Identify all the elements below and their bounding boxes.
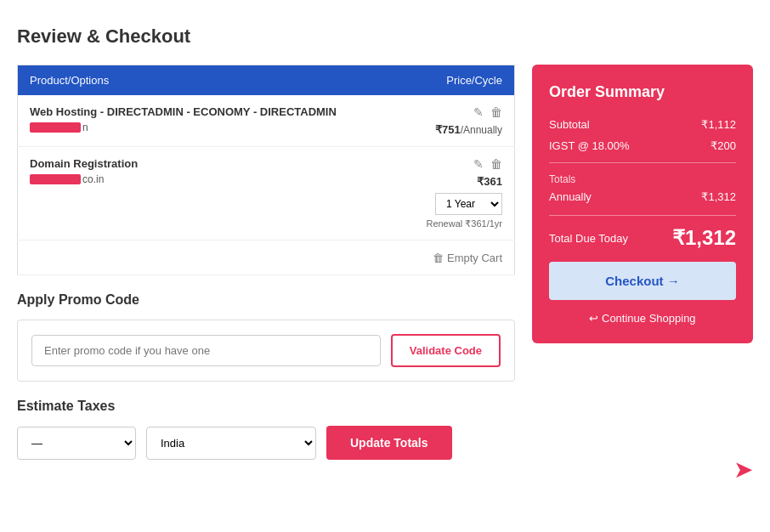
action-icons: ✎ 🗑 — [410, 105, 502, 119]
item-price: ₹751/Annually — [410, 122, 502, 136]
page-title: Review & Checkout — [17, 25, 753, 48]
checkout-button[interactable]: Checkout → — [549, 262, 736, 300]
delete-icon-2[interactable]: 🗑 — [490, 157, 502, 171]
domain-suffix-2: co.in — [82, 173, 104, 185]
subtotal-line: Subtotal ₹1,112 — [549, 118, 736, 131]
summary-title: Order Summary — [549, 83, 736, 101]
redacted-domain-2 — [30, 174, 81, 184]
year-select-wrap: 1 Year 2 Years — [410, 193, 502, 215]
delete-icon[interactable]: 🗑 — [490, 105, 502, 119]
validate-button[interactable]: Validate Code — [391, 334, 501, 367]
update-totals-button[interactable]: Update Totals — [326, 426, 452, 460]
tax-country-select[interactable]: India United States United Kingdom — [146, 427, 316, 460]
edit-icon[interactable]: ✎ — [473, 105, 484, 119]
price-cell: ✎ 🗑 ₹751/Annually — [399, 95, 514, 147]
igst-line: IGST @ 18.00% ₹200 — [549, 139, 736, 152]
right-wrapper: Order Summary Subtotal ₹1,112 IGST @ 18.… — [532, 65, 753, 343]
divider-2 — [549, 215, 736, 216]
empty-cart-row: 🗑 Empty Cart — [18, 241, 515, 275]
edit-icon-2[interactable]: ✎ — [473, 157, 484, 171]
year-select[interactable]: 1 Year 2 Years — [435, 193, 502, 215]
annually-value: ₹1,312 — [701, 190, 736, 203]
totals-label: Totals — [549, 173, 736, 185]
cursor-arrow: ➤ — [733, 456, 753, 484]
promo-section: Apply Promo Code Validate Code — [17, 292, 515, 382]
product-name-2: Domain Registration — [30, 157, 387, 170]
price-period: /Annually — [461, 124, 502, 136]
product-sub-2: co.in — [30, 173, 387, 185]
totals-annually-line: Annually ₹1,312 — [549, 190, 736, 203]
price-amount-2: ₹361 — [477, 175, 502, 188]
table-row: Web Hosting - DIRECTADMIN - ECONOMY - DI… — [18, 95, 515, 147]
igst-label: IGST @ 18.00% — [549, 139, 630, 152]
tax-section: Estimate Taxes — India United States Uni… — [17, 399, 515, 460]
continue-shopping-link[interactable]: ↩ Continue Shopping — [549, 312, 736, 325]
empty-cart-label: Empty Cart — [447, 252, 502, 264]
col-product: Product/Options — [18, 65, 399, 96]
price-amount: ₹751 — [435, 123, 461, 136]
col-price: Price/Cycle — [399, 65, 514, 96]
tax-row: — India United States United Kingdom Upd… — [17, 426, 515, 460]
action-icons-2: ✎ 🗑 — [410, 157, 502, 171]
product-info-cell: Web Hosting - DIRECTADMIN - ECONOMY - DI… — [18, 95, 399, 147]
item-price-2: ₹361 — [410, 174, 502, 188]
product-name: Web Hosting - DIRECTADMIN - ECONOMY - DI… — [30, 105, 387, 118]
price-cell-2: ✎ 🗑 ₹361 1 Year 2 Years — [399, 147, 514, 241]
cart-table: Product/Options Price/Cycle Web Hosting … — [17, 65, 515, 275]
total-due-label: Total Due Today — [549, 232, 628, 245]
annually-label: Annually — [549, 190, 592, 203]
subtotal-label: Subtotal — [549, 118, 590, 131]
promo-title: Apply Promo Code — [17, 292, 515, 308]
order-summary: Order Summary Subtotal ₹1,112 IGST @ 18.… — [532, 65, 753, 343]
renewal-text: Renewal ₹361/1yr — [410, 218, 502, 229]
total-due-amount: ₹1,312 — [672, 226, 736, 250]
empty-cart-button[interactable]: 🗑 Empty Cart — [433, 252, 502, 264]
domain-suffix: n — [82, 122, 88, 133]
redacted-domain — [30, 122, 81, 133]
igst-value: ₹200 — [711, 139, 736, 152]
promo-input[interactable] — [31, 335, 381, 366]
total-due-row: Total Due Today ₹1,312 — [549, 226, 736, 250]
tax-dash-select[interactable]: — — [17, 427, 136, 460]
left-panel: Product/Options Price/Cycle Web Hosting … — [17, 65, 515, 460]
divider-1 — [549, 162, 736, 163]
tax-title: Estimate Taxes — [17, 399, 515, 414]
product-info-cell-2: Domain Registration co.in — [18, 147, 399, 241]
promo-box: Validate Code — [17, 320, 515, 382]
total-due-section: Total Due Today ₹1,312 Checkout → ↩ Cont… — [549, 226, 736, 325]
trash-icon: 🗑 — [433, 252, 444, 264]
table-row: Domain Registration co.in ✎ 🗑 — [18, 147, 515, 241]
product-sub: n — [30, 122, 387, 133]
subtotal-value: ₹1,112 — [701, 118, 736, 131]
